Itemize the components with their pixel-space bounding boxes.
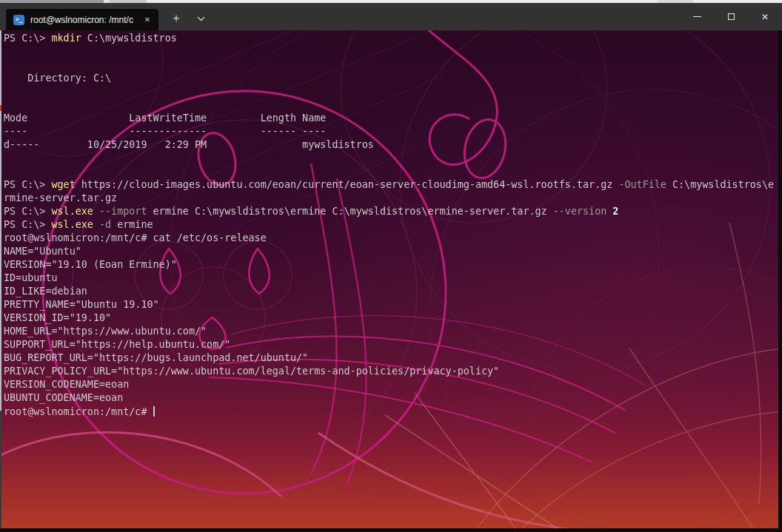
terminal-line: NAME="Ubuntu": [4, 245, 782, 258]
terminal-line: [4, 98, 782, 112]
tab-dropdown-button[interactable]: [191, 10, 210, 27]
window-right-edge: [778, 30, 782, 532]
terminal-line: [4, 58, 782, 72]
terminal-line: VERSION="19.10 (Eoan Ermine)": [4, 258, 782, 272]
terminal-line: VERSION_CODENAME=eoan: [4, 378, 782, 391]
desktop: >_ root@wslnomicron: /mnt/c ✕ + ✕: [0, 0, 782, 532]
terminal-line: ID_LIKE=debian: [4, 285, 782, 298]
terminal-line: [4, 85, 782, 98]
window-bottom-edge: [0, 528, 782, 532]
tab-close-icon[interactable]: ✕: [141, 13, 154, 27]
terminal-line: PRIVACY_POLICY_URL="https://www.ubuntu.c…: [4, 365, 782, 378]
terminal-line: PS C:\> wsl.exe --import ermine C:\mywsl…: [4, 205, 782, 218]
terminal-cursor: [153, 406, 155, 417]
terminal-viewport[interactable]: PS C:\> mkdir C:\mywsldistros Directory:…: [0, 30, 782, 532]
chevron-down-icon: [197, 16, 205, 21]
terminal-line: ---- ------------- ------ ----: [4, 125, 782, 138]
close-button[interactable]: ✕: [748, 3, 782, 30]
terminal-line: root@wslnomicron:/mnt/c#: [4, 405, 782, 418]
powershell-icon: >_: [13, 15, 24, 25]
window-left-edge: [0, 411, 1, 532]
maximize-icon: [728, 13, 735, 20]
terminal-line: BUG_REPORT_URL="https://bugs.launchpad.n…: [4, 351, 782, 365]
terminal-line: [4, 45, 782, 58]
window-left-edge: [0, 30, 1, 411]
terminal-line: [4, 152, 782, 165]
terminal-line: rmine-server.tar.gz: [4, 192, 782, 205]
terminal-line: Mode LastWriteTime Length Name: [4, 112, 782, 125]
terminal-line: SUPPORT_URL="https://help.ubuntu.com/": [4, 338, 782, 351]
titlebar[interactable]: >_ root@wslnomicron: /mnt/c ✕ + ✕: [0, 3, 782, 30]
new-tab-button[interactable]: +: [166, 10, 187, 27]
terminal-line: [4, 165, 782, 178]
terminal-line: PS C:\> mkdir C:\mywsldistros: [4, 32, 782, 45]
terminal-line: PRETTY_NAME="Ubuntu 19.10": [4, 298, 782, 312]
terminal-output: PS C:\> mkdir C:\mywsldistros Directory:…: [0, 30, 782, 418]
terminal-line: PS C:\> wget https://cloud-images.ubuntu…: [4, 178, 782, 192]
terminal-line: PS C:\> wsl.exe -d ermine: [4, 218, 782, 232]
minimize-button[interactable]: [680, 3, 714, 30]
minimize-icon: [693, 16, 701, 17]
close-icon: ✕: [761, 12, 769, 22]
terminal-line: VERSION_ID="19.10": [4, 312, 782, 325]
terminal-line: ID=ubuntu: [4, 272, 782, 285]
maximize-button[interactable]: [714, 3, 748, 30]
terminal-line: HOME_URL="https://www.ubuntu.com/": [4, 325, 782, 338]
tab-title: root@wslnomicron: /mnt/c: [30, 15, 141, 25]
window-controls: ✕: [680, 3, 782, 30]
terminal-line: d----- 10/25/2019 2:29 PM mywsldistros: [4, 138, 782, 152]
window-edge-notch: [0, 105, 1, 111]
tab-root-wslnomicron[interactable]: >_ root@wslnomicron: /mnt/c ✕: [6, 9, 158, 30]
terminal-line: root@wslnomicron:/mnt/c# cat /etc/os-rel…: [4, 232, 782, 245]
terminal-line: Directory: C:\: [4, 72, 782, 85]
terminal-line: UBUNTU_CODENAME=eoan: [4, 391, 782, 405]
